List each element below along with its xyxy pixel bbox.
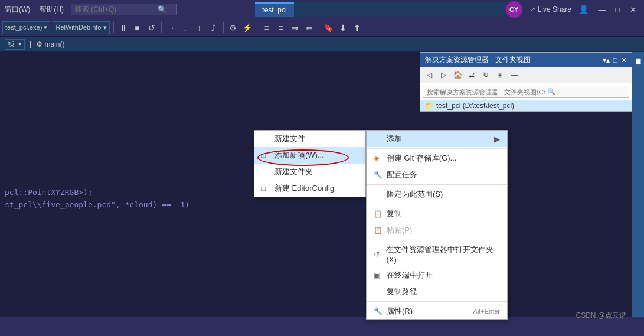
cm2-scope-label: 限定为此范围(S) (387, 189, 443, 200)
cm2-git[interactable]: ◈ 创建 Git 存储库(G)... (367, 150, 507, 167)
close-button[interactable]: ✕ (626, 3, 639, 16)
se-title-controls: ▾▴ □ ✕ (603, 56, 627, 64)
frames-dropdown[interactable]: 帧: ▾ (5, 39, 25, 50)
search-input[interactable] (75, 5, 158, 14)
toolbar-btn-8[interactable]: ⚙ (227, 22, 239, 34)
separator-2 (161, 22, 162, 33)
se-back-btn[interactable]: ◁ (423, 68, 436, 81)
cm2-open-terminal-icon: ▣ (374, 271, 383, 279)
user-icon[interactable]: 👤 (578, 5, 589, 14)
cm2-properties-icon: 🔧 (374, 307, 383, 315)
cm2-open-explorer-icon: ↺ (374, 250, 383, 259)
toolbar-btn-6[interactable]: ↑ (194, 22, 205, 34)
toolbar-btn-15[interactable]: ⬇ (337, 22, 349, 34)
cm2-sep-4 (367, 240, 507, 240)
separator-3 (223, 22, 224, 33)
toolbar-btn-11[interactable]: ≡ (275, 22, 287, 34)
se-collapse-btn[interactable]: — (508, 68, 521, 81)
se-forward-btn[interactable]: ▷ (437, 68, 450, 81)
toolbar-btn-10[interactable]: ≡ (261, 22, 273, 34)
code-line-2: st_pcl\\five_people.pcd", *cloud) == -1) (5, 199, 639, 211)
cm1-new-folder-label: 新建文件夹 (274, 167, 313, 177)
cm2-open-terminal[interactable]: ▣ 在终端中打开 (367, 267, 507, 283)
toolbar-btn-4[interactable]: → (165, 22, 177, 34)
cm2-add[interactable]: 添加 ▶ (367, 131, 507, 147)
live-share-icon: ↗ (529, 5, 535, 14)
cm2-paste[interactable]: 📋 粘贴(P) (367, 222, 507, 239)
breadcrumb-function: ⚙ main() (36, 40, 64, 48)
config-dropdown[interactable]: RelWithDebInfo ▾ (53, 21, 109, 34)
cm2-copy-icon: 📋 (374, 210, 383, 218)
se-search-input[interactable] (427, 89, 545, 96)
se-sync-btn[interactable]: ⇄ (465, 68, 478, 81)
menu-bar: 窗口(W) 帮助(H) (5, 5, 64, 15)
se-title-text: 解决方案资源管理器 - 文件夹视图 (425, 55, 531, 65)
exe-label: test_pcl.exe) ▾ (5, 24, 47, 31)
cm1-add-new[interactable]: □ 添加新项(W)... (254, 147, 365, 164)
toolbar-btn-7[interactable]: ⤴ (208, 22, 220, 34)
se-copy-btn[interactable]: ⊞ (493, 68, 506, 81)
search-box[interactable]: 🔍 (71, 4, 177, 15)
cm2-properties[interactable]: 🔧 属性(R) Alt+Enter (367, 303, 507, 319)
cm2-properties-shortcut: Alt+Enter (473, 308, 500, 315)
toolbar-btn-16[interactable]: ⬆ (351, 22, 363, 34)
live-share-button[interactable]: ↗ Live Share (529, 5, 571, 14)
toolbar-btn-13[interactable]: ⇐ (303, 22, 315, 34)
cm2-sep-5 (367, 301, 507, 302)
window-controls: — □ ✕ (596, 3, 639, 16)
se-toolbar: ◁ ▷ 🏠 ⇄ ↻ ⊞ — (420, 67, 632, 83)
cm2-sep-2 (367, 184, 507, 185)
toolbar-btn-12[interactable]: ⇒ (289, 22, 301, 34)
solution-explorer: 解决方案资源管理器 - 文件夹视图 ▾▴ □ ✕ ◁ ▷ 🏠 ⇄ ↻ ⊞ — 🔍… (420, 52, 632, 112)
cm2-paste-icon: 📋 (374, 226, 383, 234)
cm2-config-label: 配置任务 (387, 169, 417, 180)
cm2-copy-path[interactable]: 复制路径 (367, 283, 507, 300)
cm1-new-file-label: 新建文件 (274, 133, 305, 144)
menu-window[interactable]: 窗口(W) (5, 5, 30, 15)
title-bar: 窗口(W) 帮助(H) 🔍 test_pcl CY ↗ Live Share 👤… (0, 0, 644, 19)
se-close-icon[interactable]: ✕ (621, 56, 627, 64)
se-maximize-icon[interactable]: □ (613, 56, 617, 64)
separator-1 (113, 22, 114, 33)
se-pin-icon[interactable]: ▾▴ (603, 56, 610, 64)
tab-test-pcl[interactable]: test_pcl (255, 2, 293, 17)
cm2-properties-label: 属性(R) (387, 306, 413, 317)
context-menu-1: 新建文件 □ 添加新项(W)... 新建文件夹 □ 新建 EditorConfi… (254, 130, 366, 197)
cm2-open-terminal-label: 在终端中打开 (387, 270, 433, 280)
se-tree-item-label: test_pcl (D:\test\test_pcl) (436, 102, 514, 110)
config-label: RelWithDebInfo ▾ (55, 24, 106, 31)
se-title-bar: 解决方案资源管理器 - 文件夹视图 ▾▴ □ ✕ (420, 53, 632, 67)
maximize-button[interactable]: □ (611, 3, 624, 16)
frames-dropdown-arrow: ▾ (18, 40, 22, 48)
cm2-sep-3 (367, 204, 507, 204)
exe-dropdown[interactable]: test_pcl.exe) ▾ (2, 21, 50, 34)
cm2-add-arrow: ▶ (494, 135, 500, 143)
cm1-new-file[interactable]: 新建文件 (254, 131, 365, 147)
toolbar: test_pcl.exe) ▾ RelWithDebInfo ▾ ⏸ ■ ↺ →… (0, 19, 644, 37)
cm2-copy[interactable]: 📋 复制 (367, 205, 507, 222)
separator-4 (257, 22, 257, 33)
se-search-box[interactable]: 🔍 (423, 86, 629, 98)
cm1-new-folder[interactable]: 新建文件夹 (254, 164, 365, 180)
toolbar-btn-5[interactable]: ↓ (179, 22, 191, 34)
se-tree-item[interactable]: 📁 test_pcl (D:\test\test_pcl) (420, 100, 632, 111)
separator-5 (319, 22, 319, 33)
minimize-button[interactable]: — (596, 3, 609, 16)
se-home-btn[interactable]: 🏠 (451, 68, 464, 81)
toolbar-btn-14[interactable]: 🔖 (323, 22, 335, 34)
cm1-editor-config[interactable]: □ 新建 EditorConfig (254, 180, 365, 197)
toolbar-btn-9[interactable]: ⚡ (241, 22, 253, 34)
cm2-config-task[interactable]: 🔧 配置任务 (367, 167, 507, 183)
toolbar-btn-1[interactable]: ⏸ (117, 22, 129, 34)
search-icon: 🔍 (158, 5, 166, 14)
se-refresh-btn[interactable]: ↻ (479, 68, 492, 81)
toolbar-btn-2[interactable]: ■ (132, 22, 143, 34)
cm2-open-explorer[interactable]: ↺ 在文件资源管理器中打开文件夹(X) (367, 242, 507, 267)
cm2-config-icon: 🔧 (374, 171, 383, 179)
title-bar-left: 窗口(W) 帮助(H) 🔍 (5, 4, 255, 15)
cm1-add-new-icon: □ (261, 151, 271, 159)
menu-help[interactable]: 帮助(H) (40, 5, 64, 15)
context-menu-2: 添加 ▶ ◈ 创建 Git 存储库(G)... 🔧 配置任务 限定为此范围(S)… (366, 130, 508, 320)
cm2-scope[interactable]: 限定为此范围(S) (367, 186, 507, 203)
toolbar-btn-3[interactable]: ↺ (146, 22, 158, 34)
